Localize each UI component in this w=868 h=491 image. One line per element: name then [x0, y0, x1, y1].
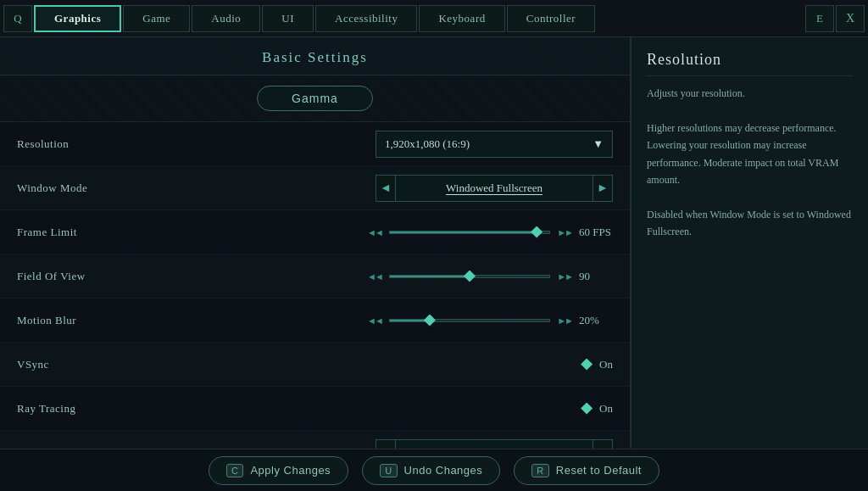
dropdown-arrow-icon: ▼: [593, 137, 604, 151]
label-ray-tracing: Ray Tracing: [17, 402, 186, 416]
control-upscaling: ◄ AMD FidelityFX 3 ►: [186, 439, 613, 449]
bottom-bar: C Apply Changes U Undo Changes R Reset t…: [0, 449, 868, 491]
reset-label: Reset to Default: [556, 464, 642, 477]
setting-row-window-mode: Window Mode ◄ Windowed Fullscreen ►: [0, 166, 630, 210]
frame-limit-thumb[interactable]: [531, 226, 542, 238]
motion-blur-fill: [390, 320, 430, 321]
reset-key: R: [531, 464, 548, 477]
undo-key: U: [380, 464, 397, 477]
frame-limit-fill: [390, 232, 537, 233]
slider-left-arrows: ◄◄: [367, 227, 382, 237]
nav-left-icon[interactable]: Q: [3, 5, 32, 32]
ray-tracing-value: On: [599, 402, 613, 416]
upscaling-next[interactable]: ►: [593, 439, 613, 449]
tab-game[interactable]: Game: [123, 5, 190, 32]
fov-track[interactable]: [389, 275, 550, 278]
ray-tracing-toggle[interactable]: On: [581, 402, 613, 416]
right-panel: Resolution Adjusts your resolution. High…: [631, 37, 868, 449]
control-resolution: 1,920x1,080 (16:9) ▼: [186, 131, 613, 158]
right-panel-desc: Adjusts your resolution. Higher resoluti…: [647, 85, 853, 241]
label-window-mode: Window Mode: [17, 181, 186, 195]
tab-controller[interactable]: Controller: [507, 5, 595, 32]
undo-label: Undo Changes: [404, 464, 483, 477]
label-fov: Field Of View: [17, 270, 186, 283]
motion-blur-value: 20%: [579, 314, 613, 327]
window-mode-selector: ◄ Windowed Fullscreen ►: [376, 175, 613, 202]
motion-blur-slider: ◄◄ ►► 20%: [367, 314, 613, 327]
gamma-btn-row: Gamma: [0, 75, 630, 122]
label-frame-limit: Frame Limit: [17, 226, 186, 239]
undo-changes-button[interactable]: U Undo Changes: [362, 456, 500, 485]
right-panel-title: Resolution: [647, 51, 853, 76]
setting-row-vsync: VSync On: [0, 343, 630, 387]
main-layout: Basic Settings Gamma Resolution 1,920x1,…: [0, 37, 868, 449]
label-upscaling: Upscaling: [17, 446, 186, 449]
left-panel: Basic Settings Gamma Resolution 1,920x1,…: [0, 37, 631, 449]
frame-limit-track[interactable]: [389, 231, 550, 234]
slider-left-arrows-mb: ◄◄: [367, 315, 382, 326]
fov-thumb[interactable]: [464, 271, 476, 282]
window-mode-next[interactable]: ►: [593, 175, 613, 202]
vsync-diamond-icon: [581, 359, 593, 371]
tab-ui[interactable]: UI: [262, 5, 314, 32]
label-resolution: Resolution: [17, 137, 186, 151]
label-vsync: VSync: [17, 358, 186, 371]
control-ray-tracing[interactable]: On: [186, 402, 613, 416]
motion-blur-track[interactable]: [389, 319, 550, 322]
setting-row-resolution: Resolution 1,920x1,080 (16:9) ▼: [0, 122, 630, 166]
fov-fill: [390, 276, 470, 277]
upscaling-value: AMD FidelityFX 3: [396, 439, 593, 449]
apply-label: Apply Changes: [250, 464, 331, 477]
tab-graphics[interactable]: Graphics: [34, 5, 121, 32]
setting-row-motion-blur: Motion Blur ◄◄ ►► 20%: [0, 299, 630, 343]
setting-row-fov: Field Of View ◄◄ ►► 90: [0, 254, 630, 299]
nav-right-icon[interactable]: E: [805, 5, 834, 32]
tab-audio[interactable]: Audio: [192, 5, 260, 32]
apply-key: C: [226, 464, 243, 477]
upscaling-selector: ◄ AMD FidelityFX 3 ►: [376, 439, 613, 449]
tab-accessibility[interactable]: Accessibility: [315, 5, 417, 32]
slider-right-arrows-mb: ►►: [557, 315, 572, 326]
section-title: Basic Settings: [0, 37, 630, 75]
control-window-mode: ◄ Windowed Fullscreen ►: [186, 175, 613, 202]
fov-slider: ◄◄ ►► 90: [367, 270, 613, 283]
slider-right-arrows: ►►: [557, 227, 572, 237]
window-mode-value: Windowed Fullscreen: [396, 175, 593, 202]
reset-to-default-button[interactable]: R Reset to Default: [514, 456, 659, 485]
setting-row-ray-tracing: Ray Tracing On: [0, 387, 630, 431]
fov-value: 90: [579, 270, 613, 283]
frame-limit-value: 60 FPS: [579, 226, 613, 239]
frame-limit-slider: ◄◄ ►► 60 FPS: [367, 226, 613, 239]
window-mode-prev[interactable]: ◄: [376, 175, 396, 202]
upscaling-prev[interactable]: ◄: [376, 439, 396, 449]
control-frame-limit: ◄◄ ►► 60 FPS: [186, 226, 613, 239]
setting-row-upscaling: Upscaling ◄ AMD FidelityFX 3 ►: [0, 431, 630, 449]
setting-row-frame-limit: Frame Limit ◄◄ ►► 60 FPS: [0, 210, 630, 254]
control-motion-blur: ◄◄ ►► 20%: [186, 314, 613, 327]
ray-tracing-diamond-icon: [581, 403, 593, 415]
control-fov: ◄◄ ►► 90: [186, 270, 613, 283]
settings-list: Resolution 1,920x1,080 (16:9) ▼ Window M…: [0, 122, 630, 449]
resolution-dropdown[interactable]: 1,920x1,080 (16:9) ▼: [376, 131, 613, 158]
slider-right-arrows-fov: ►►: [557, 271, 572, 282]
control-vsync[interactable]: On: [186, 358, 613, 371]
resolution-value: 1,920x1,080 (16:9): [385, 137, 470, 151]
slider-left-arrows-fov: ◄◄: [367, 271, 382, 282]
close-button[interactable]: X: [836, 5, 865, 32]
label-motion-blur: Motion Blur: [17, 314, 186, 327]
gamma-button[interactable]: Gamma: [257, 86, 373, 111]
motion-blur-thumb[interactable]: [424, 315, 436, 326]
apply-changes-button[interactable]: C Apply Changes: [209, 456, 348, 485]
tab-keyboard[interactable]: Keyboard: [419, 5, 504, 32]
vsync-value: On: [599, 358, 613, 371]
vsync-toggle[interactable]: On: [581, 358, 613, 371]
top-navigation: Q Graphics Game Audio UI Accessibility K…: [0, 0, 868, 37]
